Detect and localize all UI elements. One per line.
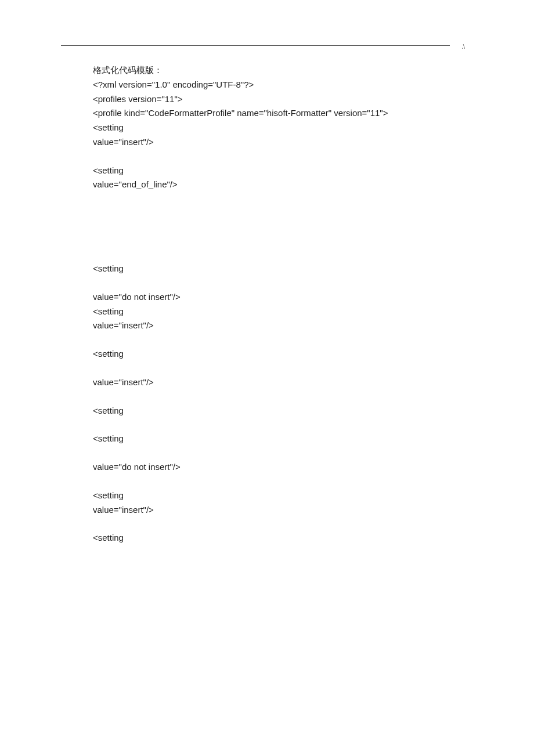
blank-gap bbox=[93, 192, 482, 248]
text-line: value="do not insert"/> bbox=[93, 290, 482, 305]
header-rule bbox=[61, 45, 450, 46]
blank-line bbox=[93, 333, 482, 347]
blank-line bbox=[93, 150, 482, 164]
text-line: <?xml version="1.0" encoding="UTF-8"?> bbox=[93, 78, 482, 92]
blank-line bbox=[93, 390, 482, 404]
document-page: .\ 格式化代码模版：<?xml version="1.0" encoding=… bbox=[0, 0, 534, 756]
text-line: <setting bbox=[93, 305, 482, 319]
blank-line bbox=[93, 418, 482, 432]
text-line: <setting bbox=[93, 432, 482, 446]
blank-line bbox=[93, 248, 482, 262]
text-line: value="insert"/> bbox=[93, 375, 482, 390]
text-line: <setting bbox=[93, 121, 482, 135]
text-line: <setting bbox=[93, 164, 482, 178]
text-line: 格式化代码模版： bbox=[93, 63, 482, 78]
corner-mark: .\ bbox=[462, 42, 464, 51]
text-line: value="insert"/> bbox=[93, 135, 482, 150]
text-line: <setting bbox=[93, 489, 482, 503]
blank-line bbox=[93, 475, 482, 489]
text-line: <setting bbox=[93, 262, 482, 276]
text-line: value="insert"/> bbox=[93, 319, 482, 333]
blank-line bbox=[93, 517, 482, 531]
text-line: <setting bbox=[93, 531, 482, 545]
blank-line bbox=[93, 276, 482, 290]
text-line: value="insert"/> bbox=[93, 503, 482, 518]
text-line: value="end_of_line"/> bbox=[93, 178, 482, 192]
blank-line bbox=[93, 361, 482, 375]
text-line: <profiles version="11"> bbox=[93, 92, 482, 107]
text-line: value="do not insert"/> bbox=[93, 460, 482, 475]
blank-line bbox=[93, 446, 482, 460]
document-body: 格式化代码模版：<?xml version="1.0" encoding="UT… bbox=[93, 63, 482, 545]
text-line: <profile kind="CodeFormatterProfile" nam… bbox=[93, 106, 482, 121]
text-line: <setting bbox=[93, 347, 482, 361]
text-line: <setting bbox=[93, 404, 482, 418]
